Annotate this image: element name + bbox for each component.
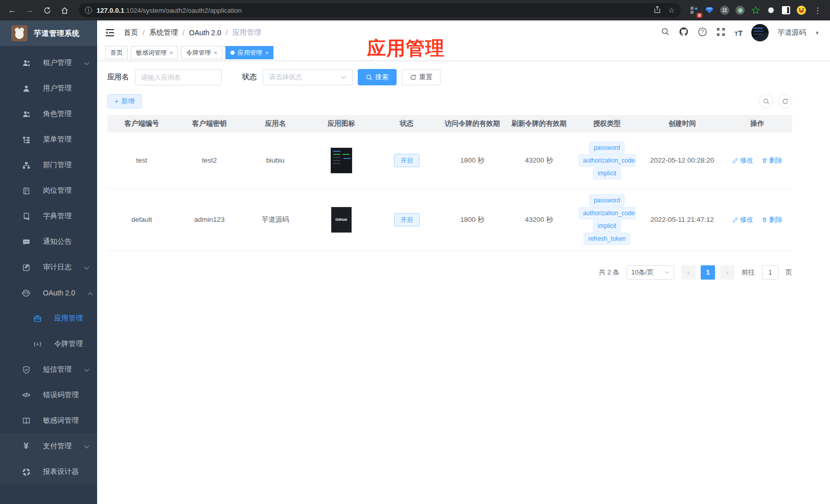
user-icon: [21, 84, 31, 93]
pencil-icon: [732, 157, 739, 164]
refresh-table-button[interactable]: [778, 94, 792, 108]
sidebar-item-dept[interactable]: 部门管理: [0, 152, 97, 178]
sidebar-item-sms[interactable]: 短信管理: [0, 357, 97, 382]
col-actions: 操作: [722, 115, 792, 132]
sidebar-item-oauth2[interactable]: OAuth 2.0: [0, 280, 97, 306]
bookmark-star-icon[interactable]: ☆: [668, 6, 675, 14]
tab-token[interactable]: 令牌管理×: [181, 46, 222, 59]
sidebar-item-role[interactable]: 角色管理: [0, 101, 97, 127]
cell-app-name: 芋道源码: [243, 189, 308, 250]
show-search-toggle-button[interactable]: [759, 94, 773, 108]
sidebar-item-label: 角色管理: [43, 109, 89, 119]
message-bubble-icon: [21, 238, 31, 246]
sidebar-menu: 租户管理 用户管理 角色管理 菜单管理 部门管理 岗位管理: [0, 46, 97, 504]
tab-application[interactable]: 应用管理×: [225, 46, 273, 59]
app-name-input[interactable]: [135, 69, 222, 85]
cell-created-at: 2022-05-11 21:47:12: [642, 189, 723, 250]
reset-button[interactable]: 重置: [402, 69, 441, 85]
breadcrumb-oauth2[interactable]: OAuth 2.0: [189, 29, 221, 37]
goto-page-input[interactable]: [762, 265, 778, 280]
col-refresh-ttl: 刷新令牌的有效期: [506, 115, 572, 132]
cell-client-secret: admin123: [176, 189, 243, 250]
search-icon: [366, 74, 373, 81]
sidebar-item-menu[interactable]: 菜单管理: [0, 127, 97, 152]
tab-sensitive-word[interactable]: 敏感词管理×: [131, 46, 178, 59]
green-star-extension-icon[interactable]: [749, 4, 762, 16]
sidebar-item-audit-log[interactable]: 审计日志: [0, 255, 97, 280]
app-icon-thumbnail: [331, 148, 352, 173]
sidebar-item-payment[interactable]: ¥ 支付管理: [0, 433, 97, 459]
sidebar-item-user[interactable]: 用户管理: [0, 76, 97, 101]
status-select[interactable]: 请选择状态: [263, 69, 353, 85]
avatar[interactable]: [751, 24, 769, 41]
trash-icon: [762, 157, 768, 164]
profile-avatar-icon[interactable]: [795, 4, 808, 16]
svg-text:A: A: [36, 342, 39, 347]
close-icon[interactable]: ×: [170, 50, 173, 56]
app-logo-row[interactable]: 芋道管理系统: [0, 20, 97, 46]
sidebar: 芋道管理系统 租户管理 用户管理 角色管理 菜单管理 部: [0, 20, 97, 504]
sidebar-item-tenant[interactable]: 租户管理: [0, 50, 97, 76]
page-size-select[interactable]: 10条/页: [627, 265, 674, 280]
tab-home[interactable]: 首页: [105, 46, 128, 59]
sidebar-item-dict[interactable]: 字典管理: [0, 203, 97, 229]
sidebar-item-label: 审计日志: [43, 263, 72, 272]
grant-tag: password: [589, 194, 625, 207]
prev-page-button[interactable]: ‹: [681, 265, 696, 280]
pencil-icon: [732, 217, 739, 223]
back-icon[interactable]: ←: [5, 3, 19, 17]
search-button[interactable]: 搜索: [358, 69, 397, 85]
command-extension-icon[interactable]: [719, 4, 731, 16]
segmented-circle-icon: [21, 468, 31, 476]
page-unit-label: 页: [786, 268, 792, 277]
recorder-extension-icon[interactable]: [734, 4, 746, 16]
github-icon[interactable]: [679, 27, 689, 39]
current-page[interactable]: 1: [701, 265, 715, 280]
page-content: 应用名 状态 请选择状态 搜索 重置: [97, 61, 830, 504]
share-icon[interactable]: [654, 6, 661, 15]
delete-link[interactable]: 删除: [762, 215, 782, 224]
side-panel-icon[interactable]: [780, 4, 792, 16]
cell-access-ttl: 1800 秒: [439, 189, 505, 250]
add-button[interactable]: + 新增: [107, 94, 142, 108]
forward-icon[interactable]: →: [22, 3, 37, 17]
close-icon[interactable]: ×: [265, 50, 268, 56]
extensions-puzzle-icon[interactable]: [765, 4, 777, 16]
sidebar-item-report-designer[interactable]: 报表设计器: [0, 459, 97, 485]
edit-link[interactable]: 修改: [732, 156, 753, 165]
breadcrumb-home[interactable]: 首页: [124, 28, 138, 37]
book-icon: [21, 212, 31, 221]
reload-icon[interactable]: [40, 3, 54, 17]
tab-manager-extension-icon[interactable]: 9: [688, 4, 700, 16]
help-icon[interactable]: ?: [698, 27, 707, 39]
breadcrumb-system[interactable]: 系统管理: [149, 28, 178, 37]
chevron-down-icon: [84, 442, 89, 450]
search-icon[interactable]: [661, 27, 670, 38]
sidebar-item-label: 敏感词管理: [43, 416, 89, 425]
sidebar-item-oauth2-token[interactable]: A 令牌管理: [0, 331, 97, 357]
home-icon[interactable]: [57, 3, 72, 17]
delete-link[interactable]: 删除: [762, 156, 782, 165]
collapse-sidebar-icon[interactable]: [104, 27, 116, 38]
app-name-label: 应用名: [107, 73, 129, 82]
sidebar-item-notice[interactable]: 通知公告: [0, 229, 97, 255]
trash-icon: [762, 217, 768, 223]
fullscreen-icon[interactable]: [716, 27, 726, 39]
sidebar-item-label: 租户管理: [43, 58, 72, 67]
sidebar-item-error-code[interactable]: </> 错误码管理: [0, 382, 97, 408]
site-info-icon[interactable]: i: [85, 7, 92, 14]
close-icon[interactable]: ×: [214, 50, 217, 56]
font-size-icon[interactable]: TT: [734, 29, 743, 37]
gem-extension-icon[interactable]: [703, 4, 716, 16]
sidebar-item-sensitive-word[interactable]: 敏感词管理: [0, 408, 97, 433]
browser-menu-icon[interactable]: ⋮: [811, 3, 825, 17]
chevron-down-icon[interactable]: ▼: [815, 30, 820, 36]
sidebar-item-post[interactable]: 岗位管理: [0, 178, 97, 203]
tab-bar: 首页 敏感词管理× 令牌管理× 应用管理×: [97, 45, 830, 61]
sidebar-item-oauth2-application[interactable]: 应用管理: [0, 306, 97, 331]
grant-tag: authorization_code: [579, 207, 636, 219]
next-page-button[interactable]: ›: [720, 265, 734, 280]
address-bar[interactable]: i 127.0.0.1:1024/system/oauth2/oauth2/ap…: [79, 3, 681, 17]
edit-link[interactable]: 修改: [732, 215, 753, 224]
chevron-down-icon: [84, 365, 89, 374]
